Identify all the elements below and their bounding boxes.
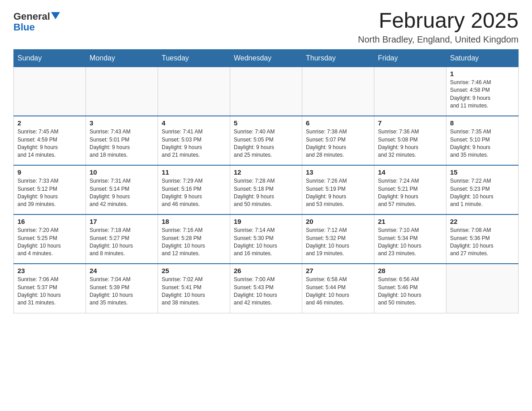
- calendar-table: Sunday Monday Tuesday Wednesday Thursday…: [13, 49, 519, 313]
- day-info: Sunrise: 7:18 AM Sunset: 5:27 PM Dayligh…: [90, 227, 154, 258]
- col-friday: Friday: [374, 49, 446, 67]
- day-number: 1: [450, 70, 515, 77]
- day-info: Sunrise: 7:08 AM Sunset: 5:36 PM Dayligh…: [450, 227, 515, 258]
- col-thursday: Thursday: [302, 49, 374, 67]
- day-number: 4: [162, 119, 226, 127]
- day-number: 17: [90, 218, 154, 225]
- day-info: Sunrise: 7:04 AM Sunset: 5:39 PM Dayligh…: [90, 276, 154, 307]
- table-row: 11Sunrise: 7:29 AM Sunset: 5:16 PM Dayli…: [158, 165, 230, 214]
- svg-marker-0: [51, 12, 60, 19]
- day-info: Sunrise: 7:10 AM Sunset: 5:34 PM Dayligh…: [378, 227, 442, 258]
- day-number: 14: [378, 168, 442, 176]
- title-area: February 2025 North Bradley, England, Un…: [358, 9, 519, 45]
- table-row: [86, 67, 158, 116]
- table-row: [230, 67, 302, 116]
- day-number: 6: [306, 119, 370, 127]
- day-number: 12: [234, 168, 298, 176]
- calendar-week-row: 1Sunrise: 7:46 AM Sunset: 4:58 PM Daylig…: [14, 67, 519, 116]
- calendar-week-row: 23Sunrise: 7:06 AM Sunset: 5:37 PM Dayli…: [14, 264, 519, 313]
- day-number: 27: [306, 267, 370, 274]
- day-info: Sunrise: 7:46 AM Sunset: 4:58 PM Dayligh…: [450, 79, 515, 110]
- logo-general-text: General: [13, 11, 50, 22]
- day-number: 23: [17, 267, 82, 274]
- day-info: Sunrise: 7:38 AM Sunset: 5:07 PM Dayligh…: [306, 128, 370, 159]
- table-row: 25Sunrise: 7:02 AM Sunset: 5:41 PM Dayli…: [158, 264, 230, 313]
- table-row: 14Sunrise: 7:24 AM Sunset: 5:21 PM Dayli…: [374, 165, 446, 214]
- table-row: 22Sunrise: 7:08 AM Sunset: 5:36 PM Dayli…: [446, 214, 519, 264]
- day-info: Sunrise: 7:22 AM Sunset: 5:23 PM Dayligh…: [450, 177, 515, 209]
- day-info: Sunrise: 6:56 AM Sunset: 5:46 PM Dayligh…: [378, 276, 442, 307]
- day-info: Sunrise: 7:29 AM Sunset: 5:16 PM Dayligh…: [162, 177, 226, 209]
- calendar-week-row: 9Sunrise: 7:33 AM Sunset: 5:12 PM Daylig…: [14, 165, 519, 214]
- table-row: [302, 67, 374, 116]
- day-info: Sunrise: 7:12 AM Sunset: 5:32 PM Dayligh…: [306, 227, 370, 258]
- day-info: Sunrise: 7:36 AM Sunset: 5:08 PM Dayligh…: [378, 128, 442, 159]
- page-header: General Blue February 2025 North Bradley…: [13, 9, 519, 45]
- table-row: [14, 67, 86, 116]
- logo-arrow-icon: [51, 12, 60, 21]
- day-info: Sunrise: 7:41 AM Sunset: 5:03 PM Dayligh…: [162, 128, 226, 159]
- table-row: 5Sunrise: 7:40 AM Sunset: 5:05 PM Daylig…: [230, 116, 302, 165]
- day-number: 9: [17, 168, 82, 176]
- day-info: Sunrise: 7:43 AM Sunset: 5:01 PM Dayligh…: [90, 128, 154, 159]
- day-number: 25: [162, 267, 226, 274]
- table-row: 27Sunrise: 6:58 AM Sunset: 5:44 PM Dayli…: [302, 264, 374, 313]
- day-info: Sunrise: 7:00 AM Sunset: 5:43 PM Dayligh…: [234, 276, 298, 307]
- day-info: Sunrise: 7:02 AM Sunset: 5:41 PM Dayligh…: [162, 276, 226, 307]
- day-info: Sunrise: 7:40 AM Sunset: 5:05 PM Dayligh…: [234, 128, 298, 159]
- table-row: 28Sunrise: 6:56 AM Sunset: 5:46 PM Dayli…: [374, 264, 446, 313]
- month-title: February 2025: [358, 9, 519, 33]
- day-info: Sunrise: 7:28 AM Sunset: 5:18 PM Dayligh…: [234, 177, 298, 209]
- table-row: 3Sunrise: 7:43 AM Sunset: 5:01 PM Daylig…: [86, 116, 158, 165]
- logo: General Blue: [13, 9, 60, 33]
- col-wednesday: Wednesday: [230, 49, 302, 67]
- day-number: 18: [162, 218, 226, 225]
- table-row: 2Sunrise: 7:45 AM Sunset: 4:59 PM Daylig…: [14, 116, 86, 165]
- calendar-week-row: 2Sunrise: 7:45 AM Sunset: 4:59 PM Daylig…: [14, 116, 519, 165]
- col-monday: Monday: [86, 49, 158, 67]
- day-info: Sunrise: 7:16 AM Sunset: 5:28 PM Dayligh…: [162, 227, 226, 258]
- table-row: [158, 67, 230, 116]
- logo-blue-text: Blue: [13, 22, 35, 33]
- table-row: 8Sunrise: 7:35 AM Sunset: 5:10 PM Daylig…: [446, 116, 519, 165]
- table-row: 1Sunrise: 7:46 AM Sunset: 4:58 PM Daylig…: [446, 67, 519, 116]
- day-number: 21: [378, 218, 442, 225]
- table-row: 24Sunrise: 7:04 AM Sunset: 5:39 PM Dayli…: [86, 264, 158, 313]
- table-row: 12Sunrise: 7:28 AM Sunset: 5:18 PM Dayli…: [230, 165, 302, 214]
- day-number: 26: [234, 267, 298, 274]
- table-row: 16Sunrise: 7:20 AM Sunset: 5:25 PM Dayli…: [14, 214, 86, 264]
- table-row: 4Sunrise: 7:41 AM Sunset: 5:03 PM Daylig…: [158, 116, 230, 165]
- table-row: 19Sunrise: 7:14 AM Sunset: 5:30 PM Dayli…: [230, 214, 302, 264]
- table-row: 6Sunrise: 7:38 AM Sunset: 5:07 PM Daylig…: [302, 116, 374, 165]
- location-title: North Bradley, England, United Kingdom: [358, 34, 519, 45]
- day-info: Sunrise: 7:14 AM Sunset: 5:30 PM Dayligh…: [234, 227, 298, 258]
- table-row: 17Sunrise: 7:18 AM Sunset: 5:27 PM Dayli…: [86, 214, 158, 264]
- day-number: 28: [378, 267, 442, 274]
- day-info: Sunrise: 7:24 AM Sunset: 5:21 PM Dayligh…: [378, 177, 442, 209]
- day-number: 2: [17, 119, 82, 127]
- day-number: 7: [378, 119, 442, 127]
- table-row: 9Sunrise: 7:33 AM Sunset: 5:12 PM Daylig…: [14, 165, 86, 214]
- table-row: 18Sunrise: 7:16 AM Sunset: 5:28 PM Dayli…: [158, 214, 230, 264]
- table-row: 10Sunrise: 7:31 AM Sunset: 5:14 PM Dayli…: [86, 165, 158, 214]
- calendar-header-row: Sunday Monday Tuesday Wednesday Thursday…: [14, 49, 519, 67]
- day-number: 11: [162, 168, 226, 176]
- table-row: [374, 67, 446, 116]
- day-number: 16: [17, 218, 82, 225]
- calendar-week-row: 16Sunrise: 7:20 AM Sunset: 5:25 PM Dayli…: [14, 214, 519, 264]
- table-row: 7Sunrise: 7:36 AM Sunset: 5:08 PM Daylig…: [374, 116, 446, 165]
- day-number: 3: [90, 119, 154, 127]
- day-number: 24: [90, 267, 154, 274]
- day-number: 19: [234, 218, 298, 225]
- table-row: [446, 264, 519, 313]
- day-info: Sunrise: 7:31 AM Sunset: 5:14 PM Dayligh…: [90, 177, 154, 209]
- day-info: Sunrise: 7:35 AM Sunset: 5:10 PM Dayligh…: [450, 128, 515, 159]
- day-number: 10: [90, 168, 154, 176]
- day-info: Sunrise: 7:26 AM Sunset: 5:19 PM Dayligh…: [306, 177, 370, 209]
- col-saturday: Saturday: [446, 49, 519, 67]
- day-info: Sunrise: 7:33 AM Sunset: 5:12 PM Dayligh…: [17, 177, 82, 209]
- table-row: 21Sunrise: 7:10 AM Sunset: 5:34 PM Dayli…: [374, 214, 446, 264]
- day-info: Sunrise: 7:20 AM Sunset: 5:25 PM Dayligh…: [17, 227, 82, 258]
- table-row: 13Sunrise: 7:26 AM Sunset: 5:19 PM Dayli…: [302, 165, 374, 214]
- day-number: 8: [450, 119, 515, 127]
